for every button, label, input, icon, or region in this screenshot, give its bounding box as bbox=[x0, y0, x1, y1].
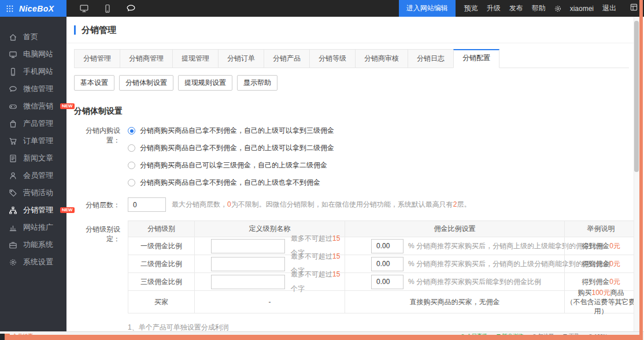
inner-purchase-label: 分销内购设置： bbox=[74, 126, 128, 195]
grade-table-header: 分销级别 定义级别名称 佣金比例设置 举例说明 bbox=[128, 221, 634, 237]
table-row-level3: 三级佣金比例 最多不可超过15个字 % 分销商推荐买家购买后能拿到的佣金比例 得… bbox=[128, 272, 634, 290]
table-row-level2: 二级佣金比例 最多不可超过15个字 % 分销商推荐买家购买后，分销商的上级分销商… bbox=[128, 255, 634, 272]
level2-name-input[interactable] bbox=[211, 257, 285, 271]
username[interactable]: xiaomei bbox=[570, 5, 594, 13]
level-name: 三级佣金比例 bbox=[128, 273, 194, 290]
radio-group: 分销商购买商品自己拿不到佣金，自己的上级可以拿到三级佣金 分销商购买商品自己拿不… bbox=[128, 126, 334, 195]
levels-hint: 最大分销商层数，0为不限制。因微信分销限制，如在微信使用分销功能，系统默认最高只… bbox=[172, 197, 471, 212]
sidebar-item-news-articles[interactable]: 新闻文章 bbox=[0, 150, 66, 167]
cart-icon bbox=[9, 137, 17, 145]
person-icon bbox=[9, 171, 17, 180]
sidebar-item-pc-site[interactable]: 电脑网站 bbox=[0, 46, 66, 63]
new-badge: NEW bbox=[60, 207, 75, 214]
grade-label: 分销级别设定： bbox=[74, 221, 128, 313]
tab-distribution-config[interactable]: 分销配置 bbox=[453, 49, 499, 68]
level1-name-input[interactable] bbox=[211, 239, 285, 253]
enter-site-editor-button[interactable]: 进入网站编辑 bbox=[399, 0, 456, 17]
mobile-preview-icon[interactable] bbox=[103, 4, 112, 13]
level3-rate-input[interactable] bbox=[371, 275, 404, 289]
buyer-example-cell: 购买100元商品 （不包含运费等其它费用） bbox=[564, 291, 634, 313]
tab-distribution-levels[interactable]: 分销等级 bbox=[309, 49, 356, 68]
tab-withdrawal-management[interactable]: 提现管理 bbox=[172, 49, 219, 68]
page-title: 分销管理 bbox=[74, 25, 116, 35]
radio-unchecked-icon bbox=[128, 179, 135, 186]
btn-distribution-system-settings[interactable]: 分销体制设置 bbox=[119, 75, 173, 91]
sidebar-item-wechat-marketing[interactable]: 微信营销 NEW bbox=[0, 98, 66, 115]
grade-setting-row: 分销级别设定： 分销级别 定义级别名称 佣金比例设置 举例说明 一级佣金比例 最… bbox=[74, 221, 634, 313]
sidebar-item-home[interactable]: 首页 bbox=[0, 28, 66, 46]
grade-table: 分销级别 定义级别名称 佣金比例设置 举例说明 一级佣金比例 最多不可超过15个… bbox=[128, 221, 634, 313]
sidebar-item-member-management[interactable]: 会员管理 bbox=[0, 167, 66, 184]
buyer-name-cell: - bbox=[194, 291, 345, 313]
radio-option-1[interactable]: 分销商购买商品自己拿不到佣金，自己的上级可以拿到三级佣金 bbox=[128, 126, 334, 136]
sidebar-item-marketing-activities[interactable]: 营销活动 bbox=[0, 184, 66, 201]
sidebar-item-function-system[interactable]: 功能系统 bbox=[0, 236, 66, 253]
document-icon bbox=[9, 154, 17, 163]
radio-unchecked-icon bbox=[128, 162, 135, 169]
wechat-preview-icon[interactable] bbox=[126, 3, 136, 13]
rate-cell: % 分销商推荐买家购买后，分销商的上级分销商能拿到的佣金比例 bbox=[345, 255, 564, 272]
btn-basic-settings[interactable]: 基本设置 bbox=[74, 75, 114, 91]
config-toolbar: 基本设置 分销体制设置 提现规则设置 显示帮助 bbox=[74, 75, 634, 91]
topbar: NiceBoX 进入网站编辑 预览 升级 发布 帮助 xiaom bbox=[0, 0, 644, 17]
levels-row: 分销层数： 最大分销商层数，0为不限制。因微信分销限制，如在微信使用分销功能，系… bbox=[74, 197, 634, 212]
new-badge: NEW bbox=[60, 103, 75, 110]
sidebar-item-system-settings[interactable]: 系统设置 bbox=[0, 253, 66, 271]
tabs-bar: 分销管理 分销商管理 提现管理 分销订单 分销产品 分销等级 分销商审核 分销日… bbox=[74, 49, 629, 68]
tab-distribution-products[interactable]: 分销产品 bbox=[264, 49, 310, 68]
sidebar-item-label: 产品管理 bbox=[23, 118, 53, 129]
publish-link[interactable]: 发布 bbox=[509, 3, 523, 13]
radio-checked-icon bbox=[128, 127, 135, 134]
sidebar-item-label: 电脑网站 bbox=[23, 49, 53, 59]
upgrade-link[interactable]: 升级 bbox=[487, 3, 501, 13]
radio-option-2[interactable]: 分销商购买商品自己拿不到佣金，自己的上级可以拿到二级佣金 bbox=[128, 143, 334, 153]
panel-icon[interactable] bbox=[630, 3, 638, 12]
tab-distributor-management[interactable]: 分销商管理 bbox=[120, 49, 173, 68]
radio-label: 分销商购买商品自己拿不到佣金，自己的上级可以拿到二级佣金 bbox=[140, 143, 334, 153]
sidebar-item-order-management[interactable]: 订单管理 bbox=[0, 132, 66, 150]
scrollbar-thumb[interactable] bbox=[634, 21, 639, 172]
sidebar-item-site-promotion[interactable]: 网站推广 bbox=[0, 219, 66, 236]
sidebar-item-label: 会员管理 bbox=[23, 170, 53, 181]
level1-rate-input[interactable] bbox=[371, 239, 404, 253]
chat-bubble-icon bbox=[9, 85, 17, 94]
radio-unchecked-icon bbox=[128, 144, 135, 152]
sidebar-item-wechat-management[interactable]: 微信管理 bbox=[0, 80, 66, 98]
radio-option-3[interactable]: 分销商购买商品自己可以拿三级佣金，自己的上级拿二级佣金 bbox=[128, 160, 334, 170]
logo-block[interactable]: NiceBoX bbox=[0, 0, 66, 17]
col-header-rate: 佣金比例设置 bbox=[345, 221, 564, 237]
level-name: 二级佣金比例 bbox=[128, 255, 194, 272]
table-row-level1: 一级佣金比例 最多不可超过15个字 % 分销商推荐买家购买后，分销商上级的上级能… bbox=[128, 237, 634, 255]
tab-distribution-logs[interactable]: 分销日志 bbox=[408, 49, 454, 68]
levels-input[interactable] bbox=[128, 197, 166, 212]
note-line: 1、单个产品可单独设置分成利润 bbox=[128, 322, 634, 331]
tab-distribution-management[interactable]: 分销管理 bbox=[74, 49, 120, 68]
level-name: 买家 bbox=[128, 291, 194, 313]
sidebar-item-product-management[interactable]: 产品管理 bbox=[0, 115, 66, 132]
briefcase-icon bbox=[9, 241, 17, 249]
radio-label: 分销商购买商品自己拿不到佣金，自己的上级可以拿到三级佣金 bbox=[140, 126, 334, 136]
preview-link[interactable]: 预览 bbox=[464, 3, 478, 13]
logo-text: NiceBoX bbox=[19, 4, 54, 13]
btn-show-help[interactable]: 显示帮助 bbox=[237, 75, 277, 91]
level-name: 一级佣金比例 bbox=[128, 237, 194, 255]
level3-name-input[interactable] bbox=[211, 275, 285, 289]
sidebar-item-distribution-management[interactable]: 分销管理 NEW bbox=[0, 201, 66, 219]
radio-option-4[interactable]: 分销商购买商品自己拿不到佣金，自己的上级也拿不到佣金 bbox=[128, 178, 334, 188]
sidebar-item-mobile-site[interactable]: 手机网站 bbox=[0, 63, 66, 80]
gamepad-icon bbox=[9, 102, 17, 111]
topbar-right: 进入网站编辑 预览 升级 发布 帮助 xiaomei 退出 bbox=[399, 0, 616, 17]
level2-rate-input[interactable] bbox=[371, 257, 404, 271]
tab-distributor-review[interactable]: 分销商审核 bbox=[355, 49, 408, 68]
bar-chart-icon bbox=[9, 223, 17, 232]
btn-withdrawal-rules[interactable]: 提现规则设置 bbox=[178, 75, 232, 91]
bottom-left-corner-block bbox=[0, 334, 5, 340]
tab-distribution-orders[interactable]: 分销订单 bbox=[218, 49, 264, 68]
inner-purchase-row: 分销内购设置： 分销商购买商品自己拿不到佣金，自己的上级可以拿到三级佣金 分销商… bbox=[74, 126, 634, 195]
logout-link[interactable]: 退出 bbox=[602, 3, 616, 13]
rate-cell: % 分销商推荐买家购买后能拿到的佣金比例 bbox=[345, 273, 564, 290]
desktop-preview-icon[interactable] bbox=[79, 3, 89, 13]
settings-gear-icon[interactable] bbox=[554, 5, 562, 13]
help-link[interactable]: 帮助 bbox=[532, 3, 546, 13]
sidebar-item-label: 网站推广 bbox=[23, 222, 53, 233]
